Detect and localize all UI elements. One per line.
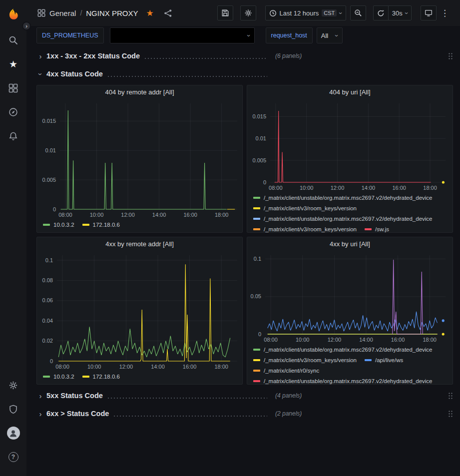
legend-item[interactable]: /_matrix/client/r0/sync [253,368,319,374]
time-series-chart[interactable]: 08:0010:0012:0014:0016:0018:0000.0050.01… [247,99,453,192]
row-title: 1xx - 3xx - 2xx Status Code [46,52,140,60]
svg-text:12:00: 12:00 [121,212,135,218]
row-6xx-status-code[interactable]: › 6xx > Status Code (2 panels) [36,407,453,421]
svg-text:16:00: 16:00 [392,185,406,191]
svg-text:0.005: 0.005 [252,157,266,163]
save-icon [221,9,229,17]
svg-text:0.02: 0.02 [42,338,53,344]
chevron-right-icon: › [36,392,44,400]
dashboard-canvas: › 1xx - 3xx - 2xx Status Code (6 panels)… [26,45,460,476]
svg-text:0.06: 0.06 [42,297,53,303]
time-series-chart[interactable]: 08:0010:0012:0014:0016:0018:0000.020.040… [37,251,242,371]
row-panel-count: (2 panels) [275,410,302,417]
breadcrumb-section[interactable]: General [49,9,76,17]
main-area: General / NGINX PROXY ★ Last 12 hours [26,0,460,476]
user-profile-avatar[interactable] [3,423,23,443]
panel-title[interactable]: 404 by remote addr [All] [37,85,242,99]
cycle-view-mode-button[interactable] [421,5,437,20]
chevron-down-icon: › [334,34,340,36]
save-dashboard-button[interactable] [217,5,233,20]
legend: /_matrix/client/unstable/org.matrix.msc2… [247,344,453,384]
row-4xx-status-code[interactable]: › 4xx Status Code [36,67,453,81]
legend-label: /api/live/ws [375,357,403,363]
svg-text:10:00: 10:00 [90,212,104,218]
svg-text:0.01: 0.01 [45,147,56,153]
series-color-marker [253,370,260,372]
time-range-picker[interactable]: Last 12 hours CST › [265,5,346,20]
svg-text:08:00: 08:00 [55,364,69,370]
svg-text:0.015: 0.015 [42,118,56,124]
row-1xx-3xx-2xx-status-code[interactable]: › 1xx - 3xx - 2xx Status Code (6 panels) [36,49,453,63]
clock-icon [269,9,277,17]
svg-text:0: 0 [53,206,56,212]
chevron-down-icon: › [403,12,410,14]
favorite-star-icon[interactable]: ★ [146,9,153,17]
time-series-chart[interactable]: 08:0010:0012:0014:0016:0018:0000.050.1 [247,251,453,344]
legend-item[interactable]: /api/live/ws [365,357,403,363]
kebab-icon: ⋮ [441,8,449,18]
svg-text:18:00: 18:00 [423,185,437,191]
legend-item[interactable]: /sw.js [365,226,389,232]
grafana-logo[interactable] [3,4,23,24]
dotted-leader [144,57,267,59]
legend-item[interactable]: /_matrix/client/v3/room_keys/version [253,226,357,232]
explore-compass-icon[interactable] [3,102,23,122]
legend-item[interactable]: /_matrix/client/unstable/org.matrix.msc2… [253,216,433,222]
row-panel-count: (4 panels) [275,392,302,399]
panel-title[interactable]: 4xx by remote addr [All] [37,237,242,251]
svg-text:14:00: 14:00 [151,364,165,370]
series-color-marker [43,224,50,226]
legend-item[interactable]: 172.18.0.6 [82,374,120,380]
legend-item[interactable]: 10.0.3.2 [43,222,74,228]
variable-request-host-label[interactable]: request_host [266,27,313,43]
kebab-menu-button[interactable]: ⋮ [437,5,453,20]
gear-icon [244,9,252,17]
dashboard-settings-button[interactable] [240,5,256,20]
svg-text:0.005: 0.005 [42,177,56,183]
zoom-out-button[interactable] [350,5,366,20]
row-drag-handle-icon[interactable] [448,52,453,60]
dashboards-icon[interactable] [3,78,23,98]
variable-request-host-select[interactable]: All › [317,27,343,43]
row-5xx-status-code[interactable]: › 5xx Status Code (4 panels) [36,389,453,403]
legend-label: /_matrix/client/unstable/org.matrix.msc2… [264,216,433,222]
legend-item[interactable]: /_matrix/client/unstable/org.matrix.msc2… [253,347,433,353]
svg-text:16:00: 16:00 [391,337,405,343]
settings-gear-icon[interactable] [3,375,23,395]
legend-item[interactable]: /_matrix/client/v3/room_keys/version [253,205,357,211]
breadcrumb-separator: / [80,9,82,17]
sidebar-expand-button[interactable]: › [22,21,31,30]
server-admin-shield-icon[interactable] [3,399,23,419]
legend-item[interactable]: /_matrix/client/unstable/org.matrix.msc2… [253,195,433,201]
help-icon[interactable]: ? [3,447,23,467]
search-icon[interactable] [3,30,23,50]
legend-label: /_matrix/client/unstable/org.matrix.msc2… [264,378,433,384]
svg-text:10:00: 10:00 [296,337,310,343]
panel-title[interactable]: 404 by uri [All] [247,85,453,99]
share-icon[interactable] [164,9,172,17]
chevron-down-icon: › [246,34,252,36]
refresh-button[interactable] [373,5,389,20]
starred-dashboards-icon[interactable]: ★ [3,54,23,74]
series-color-marker [253,359,260,361]
legend-item[interactable]: /_matrix/client/v3/room_keys/version [253,357,357,363]
panel-title[interactable]: 4xx by uri [All] [247,237,453,251]
refresh-interval-dropdown[interactable]: 30s › [388,5,412,20]
svg-text:0.05: 0.05 [251,293,261,299]
breadcrumb: General / NGINX PROXY ★ [37,9,172,17]
svg-text:18:00: 18:00 [214,364,228,370]
row-drag-handle-icon[interactable] [448,392,453,400]
row-drag-handle-icon[interactable] [448,410,453,418]
variables-submenu: DS_PROMETHEUS › request_host All › [26,26,460,45]
alerting-bell-icon[interactable] [3,126,23,146]
series-color-marker [253,207,260,209]
legend-item[interactable]: 10.0.3.2 [43,374,74,380]
series-color-marker [253,349,260,351]
legend-item[interactable]: 172.18.0.6 [82,222,120,228]
variable-ds-prometheus[interactable]: DS_PROMETHEUS [36,27,104,43]
svg-text:0.04: 0.04 [42,318,53,324]
panel-4xx-by-uri: 4xx by uri [All] 08:0010:0012:0014:0016:… [247,237,453,385]
legend-item[interactable]: /_matrix/client/unstable/org.matrix.msc2… [253,378,433,384]
variable-host-select[interactable]: › [110,27,255,43]
time-series-chart[interactable]: 08:0010:0012:0014:0016:0018:0000.0050.01… [37,99,242,219]
